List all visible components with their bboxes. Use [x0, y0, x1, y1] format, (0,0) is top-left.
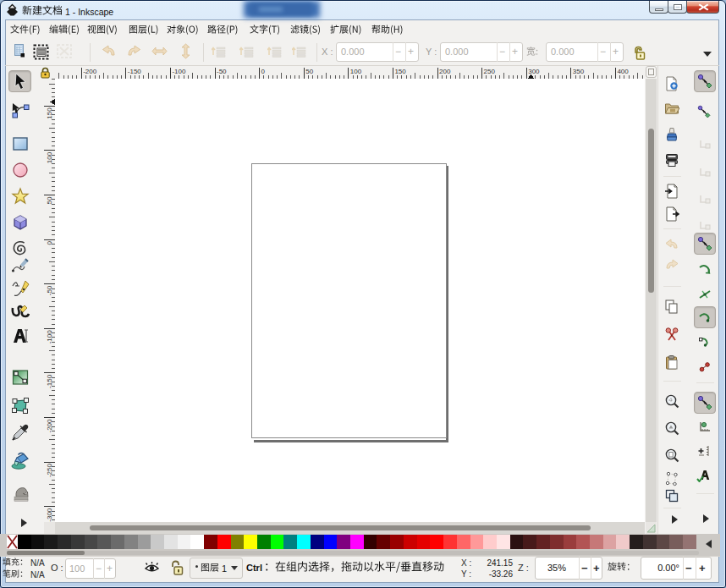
svg-text:300: 300 — [528, 68, 540, 75]
svg-text:100: 100 — [350, 68, 362, 75]
svg-text:-200: -200 — [83, 68, 97, 75]
svg-text:250: 250 — [484, 68, 496, 75]
svg-text:-50: -50 — [46, 285, 53, 295]
svg-text:50: 50 — [305, 68, 313, 75]
svg-text:150: 150 — [394, 68, 406, 75]
svg-text:0: 0 — [46, 241, 53, 245]
svg-text:100: 100 — [46, 151, 53, 163]
svg-text:50: 50 — [46, 196, 53, 204]
svg-text:0: 0 — [261, 68, 266, 75]
svg-text:-100: -100 — [172, 68, 186, 75]
svg-text:-50: -50 — [217, 68, 227, 75]
svg-text:-150: -150 — [128, 68, 142, 75]
svg-text:350: 350 — [573, 68, 585, 75]
svg-text:150: 150 — [46, 107, 53, 119]
svg-text:200: 200 — [439, 68, 451, 75]
svg-text:400: 400 — [617, 68, 629, 75]
